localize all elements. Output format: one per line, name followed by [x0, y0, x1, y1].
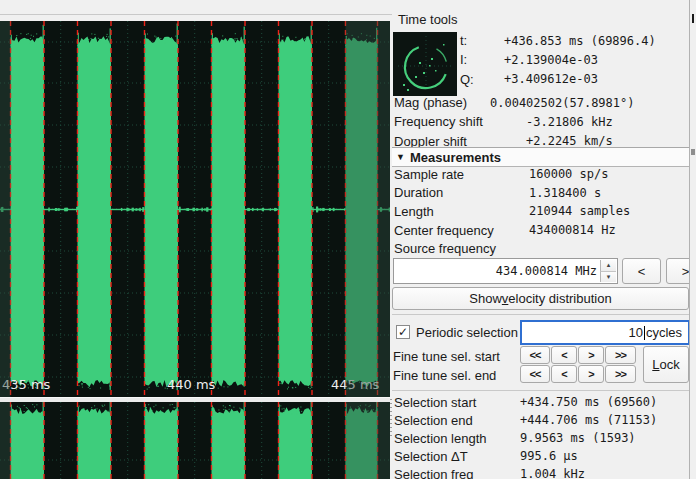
- show-velocity-distribution-button[interactable]: Show velocity distribution: [392, 287, 689, 310]
- lock-label-accel: L: [652, 357, 659, 372]
- measurement-value: 210944 samples: [529, 204, 630, 218]
- spin-up-icon[interactable]: ▴: [600, 260, 616, 271]
- signal-readout-value: 0.00402502(57.8981°): [490, 96, 635, 110]
- cursor-readout-row: t:+436.853 ms (69896.4): [458, 31, 686, 50]
- selection-label: Selection end: [394, 413, 520, 428]
- fine-tune-end-label: Fine tune sel. end: [393, 368, 496, 383]
- measurement-value: 434000814 Hz: [529, 223, 616, 237]
- oscillogram-strip[interactable]: [0, 402, 390, 479]
- signal-readout-row: Mag (phase)0.00402502(57.8981°): [394, 93, 687, 112]
- step-back-button[interactable]: <: [622, 258, 661, 284]
- measurement-row: Length210944 samples: [394, 202, 687, 221]
- cursor-readout-value: +2.139004e-03: [504, 53, 598, 67]
- measurement-label: Sample rate: [394, 167, 529, 182]
- measurements-header-label: Measurements: [410, 150, 501, 165]
- cursor-readout-row: Q:+3.409612e-03: [458, 70, 686, 89]
- signal-readout-label: Frequency shift: [394, 114, 526, 129]
- measurements-section-header[interactable]: ▼ Measurements: [392, 147, 689, 167]
- measurement-label: Duration: [394, 185, 529, 200]
- measurement-value: 1.318400 s: [529, 186, 601, 200]
- measurement-value: 160000 sp/s: [529, 167, 608, 181]
- measurement-row: Sample rate160000 sp/s: [394, 165, 687, 184]
- cursor-readout-row: I:+2.139004e-03: [458, 50, 686, 69]
- cursor-readout-label: Q:: [458, 72, 504, 87]
- cycles-suffix: cycles: [646, 325, 682, 340]
- separator: [392, 314, 689, 315]
- fine-tune-start-big-back-button[interactable]: <<: [520, 346, 550, 364]
- measurement-label: Source frequency: [394, 241, 529, 256]
- signal-readout-rows: Mag (phase)0.00402502(57.8981°)Frequency…: [394, 93, 687, 151]
- selection-rows: Selection start+434.750 ms (69560)Select…: [394, 393, 687, 479]
- separator: [392, 390, 689, 391]
- clipped-marker: [691, 149, 695, 155]
- selection-label: Selection freq: [394, 467, 520, 479]
- selection-label: Selection ΔT: [394, 449, 520, 464]
- fine-tune-end-forward-button[interactable]: >: [578, 365, 604, 383]
- selection-value: 995.6 µs: [520, 449, 578, 463]
- cursor-readout-label: I:: [458, 52, 504, 67]
- fine-tune-end-back-button[interactable]: <: [551, 365, 577, 383]
- fine-tune-start-label: Fine tune sel. start: [393, 349, 500, 364]
- step-forward-button[interactable]: >: [666, 258, 689, 284]
- periodic-selection-checkbox[interactable]: ✓: [396, 325, 410, 339]
- phase-scope-icon: [393, 32, 457, 96]
- selection-row: Selection start+434.750 ms (69560): [394, 393, 687, 411]
- fine-tune-start-big-forward-button[interactable]: >>: [605, 346, 636, 364]
- fine-tune-start-back-button[interactable]: <: [551, 346, 577, 364]
- selection-row: Selection ΔT995.6 µs: [394, 447, 687, 465]
- selection-value: 9.9563 ms (1593): [520, 431, 636, 445]
- measurement-rows: Sample rate160000 sp/sDuration1.318400 s…: [394, 165, 687, 258]
- selection-row: Selection length9.9563 ms (1593): [394, 429, 687, 447]
- cycles-input[interactable]: 10 cycles: [520, 320, 689, 345]
- periodic-selection-label: Periodic selection: [416, 325, 518, 340]
- lock-button[interactable]: Lock: [643, 346, 689, 383]
- text-caret: [644, 326, 645, 340]
- cycles-value: 10: [628, 325, 642, 340]
- fine-tune-end-big-forward-button[interactable]: >>: [605, 365, 636, 383]
- signal-readout-value: -3.21806 kHz: [526, 115, 613, 129]
- measurement-row: Source frequency: [394, 239, 687, 258]
- selection-value: +444.706 ms (71153): [520, 413, 657, 427]
- velocity-label-pre: Show: [469, 291, 502, 306]
- collapse-triangle-icon: ▼: [396, 152, 405, 162]
- measurement-row: Duration1.318400 s: [394, 184, 687, 203]
- measurement-label: Center frequency: [394, 223, 529, 238]
- cursor-readout-value: +436.853 ms (69896.4): [504, 34, 656, 48]
- clipped-right-edge: [689, 0, 696, 479]
- cursor-readout-rows: t:+436.853 ms (69896.4)I:+2.139004e-03Q:…: [458, 31, 686, 89]
- signal-readout-row: Frequency shift-3.21806 kHz: [394, 112, 687, 131]
- spinbox-arrows[interactable]: ▴ ▾: [600, 260, 616, 282]
- selection-value: 1.004 kHz: [520, 467, 585, 479]
- selection-label: Selection length: [394, 431, 520, 446]
- measurement-row: Center frequency434000814 Hz: [394, 221, 687, 240]
- lock-label-post: ock: [660, 357, 680, 372]
- time-tools-panel: Time tools t:+436.853 ms (69896.4)I:+2.1…: [392, 0, 689, 479]
- selection-label: Selection start: [394, 395, 520, 410]
- signal-readout-label: Mag (phase): [394, 95, 490, 110]
- svg-text:440 ms: 440 ms: [167, 377, 216, 392]
- measurement-label: Length: [394, 204, 529, 219]
- spin-down-icon[interactable]: ▾: [600, 271, 616, 283]
- oscillogram-main[interactable]: 435 ms440 ms445 ms: [0, 21, 390, 397]
- cursor-readout-label: t:: [458, 33, 504, 48]
- cursor-readout-value: +3.409612e-03: [504, 72, 598, 86]
- frequency-spinbox[interactable]: 434.000814 MHz ▴ ▾: [393, 258, 618, 284]
- clipped-text-fragment: [692, 14, 694, 23]
- selection-row: Selection freq1.004 kHz: [394, 465, 687, 479]
- selection-row: Selection end+444.706 ms (71153): [394, 411, 687, 429]
- velocity-label-post: elocity distribution: [508, 291, 611, 306]
- panel-title: Time tools: [398, 12, 457, 27]
- frequency-spinbox-value: 434.000814 MHz: [496, 264, 597, 278]
- fine-tune-end-big-back-button[interactable]: <<: [520, 365, 550, 383]
- fine-tune-start-forward-button[interactable]: >: [578, 346, 604, 364]
- selection-value: +434.750 ms (69560): [520, 395, 657, 409]
